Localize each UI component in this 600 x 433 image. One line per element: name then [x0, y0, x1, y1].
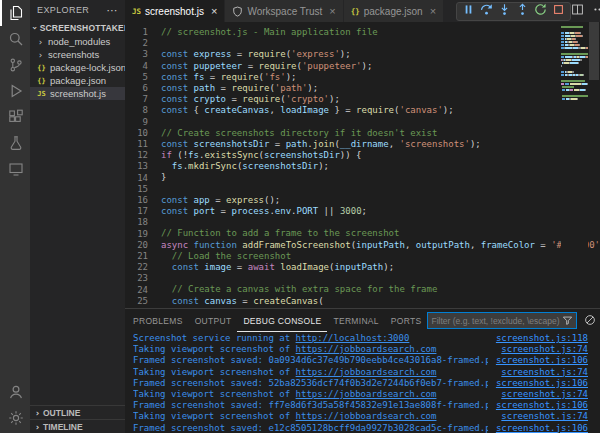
panel-tab-problems[interactable]: PROBLEMS: [127, 309, 189, 332]
editor[interactable]: 1234567891011121314151617181920212223242…: [125, 22, 600, 308]
tab-package-json[interactable]: {}package.json×: [344, 0, 444, 22]
source-location-link[interactable]: screenshot.js:118: [488, 333, 600, 344]
console-message: Framed screenshot saved: e12c8505128bcff…: [133, 423, 488, 433]
console-link[interactable]: https://jobboardsearch.com: [296, 389, 437, 399]
close-icon[interactable]: ×: [329, 6, 335, 16]
account-button[interactable]: [0, 379, 30, 405]
file-item-node-modules[interactable]: ›node_modules: [30, 35, 125, 48]
source-location-link[interactable]: screenshot.js:106: [488, 378, 600, 389]
settings-gear-button[interactable]: [0, 405, 30, 431]
timeline-section[interactable]: › TIMELINE: [30, 419, 125, 433]
timeline-label: TIMELINE: [43, 422, 83, 432]
console-message: Taking viewport screenshot of https://jo…: [133, 344, 493, 355]
file-list: ›node_modules›screenshots{}package-lock.…: [30, 35, 125, 100]
step-over-button[interactable]: [479, 4, 494, 19]
line-number: 25: [125, 296, 148, 307]
source-location-link[interactable]: screenshot.js:74: [493, 344, 600, 355]
clear-console-icon: [584, 312, 596, 330]
json-file-icon: {}: [351, 7, 360, 16]
minimap[interactable]: [561, 22, 588, 308]
source-location-link[interactable]: screenshot.js:74: [493, 389, 600, 400]
json-file-icon: {}: [36, 64, 47, 72]
project-section-header[interactable]: › SCREENSHOTTAKER: [30, 20, 125, 35]
code-line: fs.mkdirSync(screenshotsDir);: [161, 161, 600, 172]
panel-tab-debug-console[interactable]: DEBUG CONSOLE: [237, 309, 327, 332]
console-message: Framed screenshot saved: ff7e8d6f3d5a58f…: [133, 400, 488, 411]
file-item-screenshot-js[interactable]: JSscreenshot.js: [30, 87, 125, 100]
source-location-link[interactable]: screenshot.js:74: [493, 367, 600, 378]
file-item-screenshots[interactable]: ›screenshots: [30, 48, 125, 61]
outline-section[interactable]: › OUTLINE: [30, 405, 125, 419]
code-area[interactable]: // screenshot.js - Main application file…: [158, 22, 600, 308]
source-location-link[interactable]: screenshot.js:106: [488, 423, 600, 433]
code-line: // screenshot.js - Main application file: [161, 27, 600, 38]
code-line: async function addFrameToScreenshot(inpu…: [161, 240, 600, 251]
console-text: Framed screenshot saved: 52ba82536dcf74f…: [133, 378, 488, 388]
source-location-link[interactable]: screenshot.js:106: [488, 400, 600, 411]
code-line: const canvas = createCanvas(: [161, 296, 600, 307]
step-out-button[interactable]: [515, 4, 530, 19]
console-text: Taking viewport screenshot of: [133, 367, 296, 377]
code-line: const screenshotsDir = path.join(__dirna…: [161, 139, 600, 150]
line-number: 9: [125, 117, 148, 128]
close-icon[interactable]: ×: [211, 6, 217, 16]
filter-input[interactable]: [431, 316, 562, 326]
panel-tab-ports[interactable]: PORTS: [385, 309, 428, 332]
console-text: Screenshot service running at: [133, 333, 296, 343]
console-link[interactable]: https://jobboardsearch.com: [296, 367, 437, 377]
editor-scrollbar[interactable]: [589, 22, 599, 80]
debug-console-output[interactable]: Screenshot service running at http://loc…: [125, 332, 600, 433]
stop-button[interactable]: [551, 4, 566, 19]
console-link[interactable]: https://jobboardsearch.com: [296, 411, 437, 421]
source-location-link[interactable]: screenshot.js:106: [488, 355, 600, 366]
file-item-package-json[interactable]: {}package.json: [30, 74, 125, 87]
explorer-button[interactable]: [0, 0, 30, 26]
console-link[interactable]: https://jobboardsearch.com: [296, 344, 437, 354]
line-number: 1: [125, 27, 148, 38]
file-item-package-lock-json[interactable]: {}package-lock.json: [30, 61, 125, 74]
code-line: }: [161, 172, 600, 183]
panel-tab-terminal[interactable]: TERMINAL: [327, 309, 384, 332]
chevron-right-icon: ›: [33, 408, 42, 418]
panel-tab-output[interactable]: OUTPUT: [189, 309, 238, 332]
close-icon[interactable]: ×: [430, 6, 436, 16]
step-into-button[interactable]: [497, 4, 512, 19]
run-debug-icon: [8, 83, 24, 99]
more-actions-button[interactable]: [593, 2, 600, 20]
remote-button[interactable]: [0, 156, 30, 182]
code-line: const app = express();: [161, 195, 600, 206]
console-message: Taking viewport screenshot of https://jo…: [133, 411, 493, 422]
vscode-window: EXPLORER ⋯ › SCREENSHOTTAKER ›node_modul…: [0, 0, 600, 433]
line-number: 12: [125, 150, 148, 161]
file-label: package.json: [50, 75, 106, 86]
console-link[interactable]: http://localhost:3000: [296, 333, 410, 343]
code-line: if (!fs.existsSync(screenshotsDir)) {: [161, 150, 600, 161]
console-text: Taking viewport screenshot of: [133, 411, 296, 421]
bottom-panel: PROBLEMSOUTPUTDEBUG CONSOLETERMINALPORTS…: [125, 308, 600, 433]
source-control-icon: [8, 57, 24, 73]
console-message: Framed screenshot saved: 52ba82536dcf74f…: [133, 378, 488, 389]
source-control-button[interactable]: [0, 52, 30, 78]
search-button[interactable]: [0, 26, 30, 52]
line-number: 2: [125, 38, 148, 49]
console-filter[interactable]: [427, 312, 577, 329]
clear-console-button[interactable]: [584, 312, 596, 330]
code-line: const puppeteer = require('puppeteer');: [161, 61, 600, 72]
code-line: const express = require('express');: [161, 49, 600, 60]
restart-button[interactable]: [533, 4, 548, 19]
code-line: [161, 184, 600, 195]
pause-button[interactable]: [461, 4, 476, 19]
run-debug-button[interactable]: [0, 78, 30, 104]
activity-bar: [0, 0, 30, 433]
console-message: Screenshot service running at http://loc…: [133, 333, 488, 344]
line-number: 23: [125, 273, 148, 284]
source-location-link[interactable]: screenshot.js:74: [493, 411, 600, 422]
tab-screenshot-js[interactable]: JSscreenshot.js×: [125, 0, 225, 22]
tab-workspace-trust[interactable]: Workspace Trust×: [225, 0, 343, 22]
testing-button[interactable]: [0, 130, 30, 156]
extensions-button[interactable]: [0, 104, 30, 130]
line-number: 15: [125, 184, 148, 195]
console-row: Framed screenshot saved: e12c8505128bcff…: [133, 423, 600, 433]
split-editor-button[interactable]: [571, 2, 584, 20]
more-actions-icon[interactable]: ⋯: [107, 6, 118, 14]
